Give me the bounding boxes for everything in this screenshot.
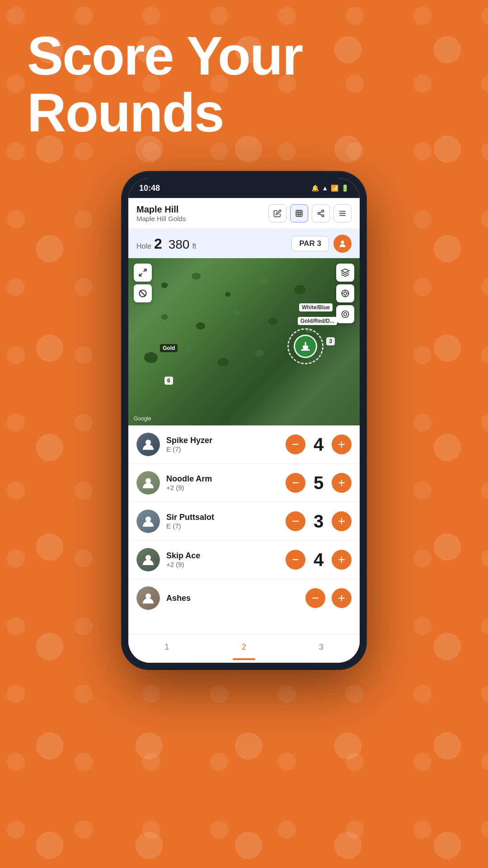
locate-button[interactable] [333,235,352,253]
score-decrease-4[interactable]: − [286,550,305,570]
course-name: Maple Hill [136,204,186,215]
avatar-img-5 [136,586,160,610]
svg-line-9 [319,212,322,213]
hole-unit: ft [192,242,196,250]
player-avatar-1 [136,433,160,456]
player-row: Noodle Arm +2 (9) − 5 + [128,464,360,502]
player-name-5: Ashes [166,594,299,603]
avatar-img-3 [136,509,160,533]
svg-point-35 [145,594,151,599]
status-bar: 10:48 🔔 ▲ 📶 🔋 [128,178,360,198]
nav-tab-3[interactable]: 3 [282,641,360,654]
svg-line-16 [140,291,145,296]
player-row: Sir Puttsalot E (7) − 3 + [128,502,360,541]
player-info-1: Spike Hyzer E (7) [166,436,279,453]
score-value-1: 4 [312,434,325,455]
player-info-4: Skip Ace +2 (9) [166,551,279,568]
player-name-1: Spike Hyzer [166,436,279,445]
player-row-partial: Ashes − + [128,579,360,617]
map-label-gold: Gold [160,344,178,352]
hole-info: Hole 2 380 ft [136,236,196,252]
score-controls-5: − + [305,588,352,608]
score-value-4: 4 [312,550,325,570]
svg-point-26 [344,313,347,316]
share-button[interactable] [312,204,330,222]
score-increase-2[interactable]: + [332,473,352,493]
phone-outer: 10:48 🔔 ▲ 📶 🔋 Maple Hill Maple Hill Gold… [122,172,366,669]
avatar-img-2 [136,471,160,495]
svg-point-32 [145,478,151,484]
player-row: Spike Hyzer E (7) − 4 + [128,425,360,464]
nav-tab-2[interactable]: 2 [206,641,283,654]
score-decrease-5[interactable]: − [305,588,325,608]
score-controls-4: − 4 + [286,550,352,570]
player-avatar-2 [136,471,160,495]
score-decrease-1[interactable]: − [286,434,305,454]
score-controls-3: − 3 + [286,511,352,532]
phone-screen: 10:48 🔔 ▲ 📶 🔋 Maple Hill Maple Hill Gold… [128,178,360,663]
avatar-img-4 [136,548,160,571]
app-header: Maple Hill Maple Hill Golds [128,198,360,229]
player-score-info-2: +2 (9) [166,484,279,491]
svg-point-6 [318,212,320,215]
svg-point-20 [344,292,347,295]
scorecard-button[interactable] [290,204,308,222]
svg-point-25 [342,311,349,318]
score-value-3: 3 [312,511,325,532]
score-increase-1[interactable]: + [332,434,352,454]
bottom-nav: 1 2 3 [128,634,360,663]
player-name-2: Noodle Arm [166,474,279,484]
player-avatar-5 [136,586,160,610]
layers-button[interactable] [336,264,354,282]
player-score-info-1: E (7) [166,445,279,453]
score-controls-1: − 4 + [286,434,352,455]
player-name-3: Sir Puttsalot [166,513,279,522]
notification-icon: 🔔 [311,184,319,192]
score-decrease-2[interactable]: − [286,473,305,493]
hole-label: Hole [136,242,151,250]
map-controls-right [336,264,354,323]
score-increase-4[interactable]: + [332,550,352,570]
avatar-img-1 [136,433,160,456]
score-value-2: 5 [312,473,325,493]
svg-point-34 [145,555,151,561]
basket-target [287,328,324,364]
map-controls-left [134,264,152,302]
player-avatar-4 [136,548,160,571]
map-area[interactable]: White/Blue Gold/Red/D... Gold 6 3 [128,258,360,425]
basket-circle-inner [294,335,317,358]
svg-rect-0 [296,210,302,217]
svg-point-13 [341,241,344,244]
svg-point-5 [322,210,324,212]
headline-line2: Rounds [27,84,302,141]
target-button-1[interactable] [336,284,354,302]
svg-point-33 [145,517,151,522]
player-info-5: Ashes [166,594,299,603]
no-cursor-button[interactable] [134,284,152,302]
player-info-2: Noodle Arm +2 (9) [166,474,279,491]
headline-line1: Score Your [27,27,302,84]
hole-distance: 380 [169,237,190,252]
header-buttons [268,204,352,222]
player-avatar-3 [136,509,160,533]
player-name-4: Skip Ace [166,551,279,561]
headline: Score Your Rounds [27,27,302,141]
score-increase-5[interactable]: + [332,588,352,608]
nav-tab-1[interactable]: 1 [128,641,206,654]
expand-button[interactable] [134,264,152,282]
map-label-white-blue: White/Blue [299,303,333,311]
score-decrease-3[interactable]: − [286,511,305,531]
target-button-2[interactable] [336,305,354,323]
status-icons: 🔔 ▲ 📶 🔋 [311,184,349,192]
map-google-label: Google [134,415,151,422]
svg-rect-28 [301,349,310,351]
score-increase-3[interactable]: + [332,511,352,531]
par-badge[interactable]: PAR 3 [291,236,329,251]
player-score-info-4: +2 (9) [166,561,279,568]
wifi-icon: ▲ [322,184,328,192]
edit-button[interactable] [268,204,286,222]
menu-button[interactable] [333,204,352,222]
map-label-3: 3 [326,337,335,345]
course-tees: Maple Hill Golds [136,215,186,222]
course-info: Maple Hill Maple Hill Golds [136,204,186,222]
